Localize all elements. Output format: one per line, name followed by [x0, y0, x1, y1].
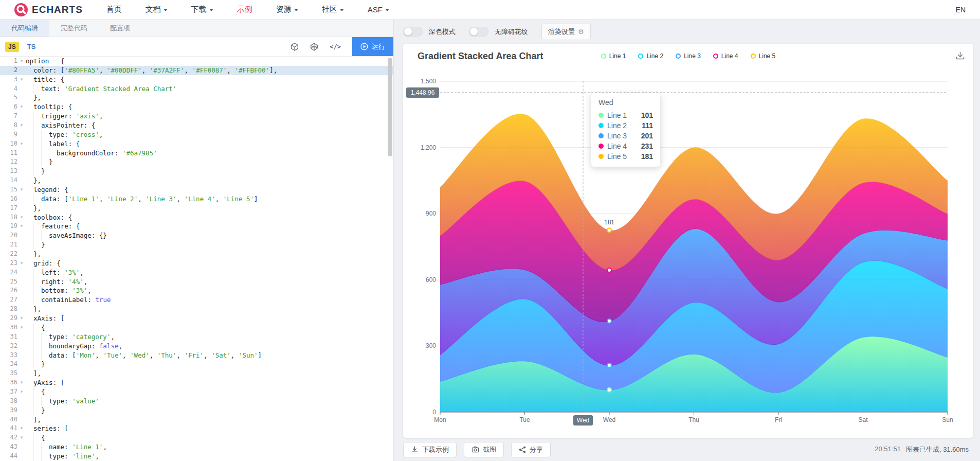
code-line[interactable]: 31type: 'category',	[0, 332, 393, 342]
decal-toggle[interactable]	[469, 27, 488, 37]
code-line[interactable]: 39}	[0, 406, 393, 415]
nav-item[interactable]: 示例	[237, 5, 252, 14]
code-line[interactable]: 5},	[0, 93, 393, 102]
code-line[interactable]: 37▾{	[0, 387, 393, 397]
caret-down-icon	[385, 9, 389, 11]
codesandbox-icon[interactable]	[291, 43, 299, 51]
code-line[interactable]: 33data: ['Mon', 'Tue', 'Wed', 'Thu', 'Fr…	[0, 351, 393, 360]
code-lines: 1▾option = {2color: ['#80FFA5', '#00DDFF…	[0, 57, 393, 461]
code-line[interactable]: 25right: '4%',	[0, 277, 393, 287]
share-button[interactable]: 分享	[511, 442, 551, 457]
code-line[interactable]: 43name: 'Line 1',	[0, 442, 393, 452]
code-line[interactable]: 21}	[0, 240, 393, 250]
gear-icon: ⚙	[578, 28, 584, 36]
lang-js-button[interactable]: JS	[5, 42, 19, 52]
run-button[interactable]: 运行	[352, 37, 393, 56]
view-code-icon[interactable]: </>	[330, 43, 341, 50]
code-line[interactable]: 44type: 'line',	[0, 452, 393, 461]
code-line[interactable]: 35],	[0, 369, 393, 378]
code-line[interactable]: 19▾feature: {	[0, 222, 393, 231]
nav-menu: 首页文档下载示例资源社区ASF	[106, 5, 389, 14]
chart-status: 20:51:51 图表已生成, 31.60ms	[875, 445, 971, 454]
caret-down-icon	[340, 9, 344, 11]
code-line[interactable]: 42▾{	[0, 433, 393, 442]
nav-item[interactable]: 首页	[106, 5, 122, 14]
render-settings-button[interactable]: 渲染设置 ⚙	[541, 24, 591, 40]
code-line[interactable]: 13}	[0, 167, 393, 176]
code-line[interactable]: 38type: 'value'	[0, 397, 393, 406]
download-icon	[411, 446, 419, 453]
echarts-logo[interactable]: ECHARTS	[14, 3, 83, 16]
code-line[interactable]: 40],	[0, 415, 393, 424]
svg-text:Fri: Fri	[775, 416, 782, 423]
code-line[interactable]: 6▾tooltip: {	[0, 102, 393, 112]
editor-tab[interactable]: 配置项	[99, 20, 141, 37]
svg-text:Tue: Tue	[519, 416, 530, 423]
dark-mode-toggle[interactable]	[403, 27, 423, 37]
svg-text:1,500: 1,500	[421, 78, 436, 85]
code-line[interactable]: 11backgroundColor: '#6a7985'	[0, 149, 393, 158]
code-line[interactable]: 2color: ['#80FFA5', '#00DDFF', '#37A2FF'…	[0, 66, 393, 75]
code-line[interactable]: 22},	[0, 250, 393, 259]
nav-item[interactable]: 文档	[146, 5, 168, 14]
lang-ts-button[interactable]: TS	[27, 43, 36, 50]
language-switch[interactable]: EN	[956, 6, 966, 14]
series-dot-icon	[598, 154, 604, 159]
code-line[interactable]: 17},	[0, 204, 393, 213]
code-line[interactable]: 18▾toolbox: {	[0, 213, 393, 222]
nav-item[interactable]: 资源	[276, 5, 298, 14]
chart-card: Gradient Stacked Area Chart Line 1Line 2…	[403, 44, 973, 438]
code-line[interactable]: 32boundaryGap: false,	[0, 342, 393, 351]
stacked-area-chart[interactable]: 03006009001,2001,500MonTueWedThuFriSatSu…	[403, 44, 973, 438]
svg-text:Wed: Wed	[577, 417, 589, 424]
toggle-knob	[404, 28, 412, 36]
code-line[interactable]: 36▾yAxis: [	[0, 378, 393, 387]
preview-actions-bar: 下载示例 截图 分享 20:51:51 图表已生成, 31.60ms	[394, 438, 980, 461]
editor-tab-bar: 代码编辑完整代码配置项	[0, 20, 393, 37]
code-line[interactable]: 10▾label: {	[0, 139, 393, 149]
preview-panel: 深色模式 无障碍花纹 渲染设置 ⚙ Gradient Stacked Area …	[394, 20, 980, 461]
editor-tab[interactable]: 完整代码	[49, 20, 99, 37]
code-line[interactable]: 30▾{	[0, 323, 393, 332]
code-line[interactable]: 1▾option = {	[0, 57, 393, 66]
code-line[interactable]: 41▾series: [	[0, 424, 393, 433]
code-line[interactable]: 16data: ['Line 1', 'Line 2', 'Line 3', '…	[0, 194, 393, 204]
codepen-icon[interactable]	[310, 43, 318, 51]
tooltip-row: Line 2111	[598, 120, 653, 131]
code-line[interactable]: 28},	[0, 305, 393, 314]
tooltip-header: Wed	[598, 98, 653, 107]
nav-item[interactable]: ASF	[368, 5, 389, 14]
screenshot-button[interactable]: 截图	[464, 442, 504, 457]
svg-text:1,448.96: 1,448.96	[411, 89, 435, 96]
editor-tab[interactable]: 代码编辑	[0, 20, 49, 37]
code-line[interactable]: 26bottom: '3%',	[0, 286, 393, 295]
nav-item[interactable]: 社区	[322, 5, 344, 14]
svg-text:Sun: Sun	[942, 416, 953, 423]
code-line[interactable]: 20saveAsImage: {}	[0, 231, 393, 240]
svg-text:0: 0	[432, 409, 436, 416]
download-example-button[interactable]: 下载示例	[403, 442, 457, 457]
nav-item[interactable]: 下载	[191, 5, 213, 14]
top-navbar: ECHARTS 首页文档下载示例资源社区ASF EN	[0, 0, 980, 20]
code-line[interactable]: 8▾axisPointer: {	[0, 121, 393, 130]
code-line[interactable]: 3▾title: {	[0, 75, 393, 84]
code-line[interactable]: 24left: '3%',	[0, 268, 393, 277]
code-line[interactable]: 27containLabel: true	[0, 295, 393, 305]
tooltip-rows: Line 1101Line 2111Line 3201Line 4231Line…	[598, 110, 653, 162]
code-line[interactable]: 23▾grid: {	[0, 259, 393, 268]
svg-text:300: 300	[426, 342, 436, 349]
code-line[interactable]: 12}	[0, 157, 393, 167]
code-line[interactable]: 9type: 'cross',	[0, 130, 393, 139]
series-dot-icon	[598, 144, 604, 149]
toggle-knob	[470, 28, 478, 36]
code-line[interactable]: 7trigger: 'axis',	[0, 112, 393, 121]
editor-scrollbar[interactable]	[388, 58, 392, 156]
code-editor[interactable]: 1▾option = {2color: ['#80FFA5', '#00DDFF…	[0, 57, 393, 461]
code-line[interactable]: 15▾legend: {	[0, 185, 393, 194]
editor-toolbar: JS TS </>	[0, 37, 393, 57]
tooltip-row: Line 5181	[598, 151, 653, 162]
code-line[interactable]: 29▾xAxis: [	[0, 314, 393, 323]
code-line[interactable]: 14},	[0, 176, 393, 185]
code-line[interactable]: 34}	[0, 360, 393, 369]
code-line[interactable]: 4text: 'Gradient Stacked Area Chart'	[0, 84, 393, 94]
